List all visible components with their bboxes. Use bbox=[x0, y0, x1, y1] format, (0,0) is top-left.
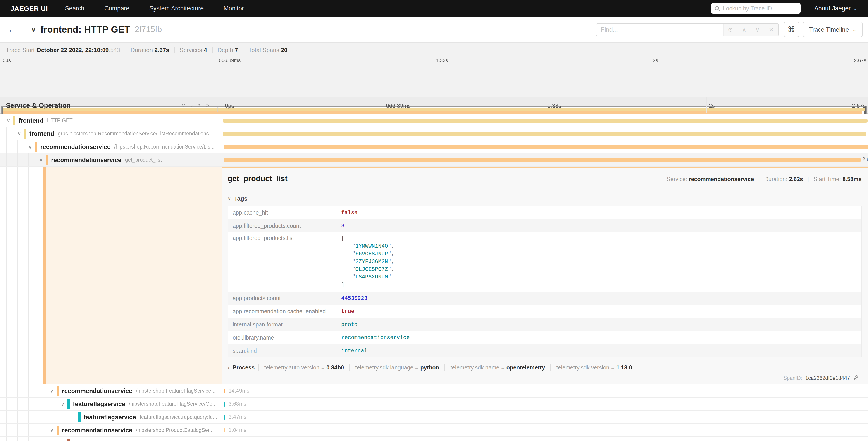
span-bar-cell[interactable] bbox=[222, 140, 868, 153]
tag-value: proto bbox=[341, 321, 358, 328]
tag-value: false bbox=[341, 209, 358, 216]
tag-key: span.kind bbox=[232, 348, 341, 354]
span-duration-bar[interactable] bbox=[224, 428, 225, 432]
trace-start-label: Trace Start bbox=[6, 47, 35, 53]
tag-row: span.kind internal bbox=[228, 344, 861, 357]
expand-one-icon[interactable]: › bbox=[190, 102, 192, 109]
tag-value-array: [ 1YMWWN1N4O 66VCHSJNUP 2ZYFJ3GM2N OLJCE… bbox=[341, 235, 394, 289]
span-bar-cell[interactable] bbox=[222, 127, 868, 140]
keyboard-shortcuts-button[interactable]: ⌘ bbox=[784, 22, 799, 37]
span-bar-cell[interactable] bbox=[222, 114, 868, 127]
span-duration-bar[interactable] bbox=[224, 414, 225, 419]
nav-item-compare[interactable]: Compare bbox=[104, 5, 129, 12]
span-detail-panel: get_product_list Service: recommendation… bbox=[222, 167, 868, 384]
minimap-tick-labels: 0μs 666.89ms 1.33s 2s 2.67s bbox=[0, 58, 868, 64]
view-selector-button[interactable]: Trace Timeline ⌄ bbox=[803, 22, 863, 37]
span-detail-top-bar bbox=[222, 167, 868, 169]
back-button[interactable]: ← bbox=[0, 17, 25, 42]
span-duration-bar[interactable] bbox=[223, 119, 868, 123]
tags-section-toggle[interactable]: ∨ Tags bbox=[228, 195, 862, 202]
brand-logo[interactable]: JAEGER UI bbox=[10, 4, 48, 12]
chevron-down-icon[interactable]: ∨ bbox=[16, 130, 22, 137]
find-next-icon[interactable]: ∨ bbox=[755, 26, 760, 33]
minimap-tick-0: 0μs bbox=[3, 58, 11, 63]
span-row-frontend-grpc[interactable]: ∨ frontend grpc.hipstershop.Recommendati… bbox=[0, 127, 868, 140]
span-duration-bar[interactable] bbox=[223, 145, 868, 149]
timeline-tick-2: 1.33s bbox=[547, 103, 561, 109]
span-duration-bar[interactable] bbox=[223, 158, 861, 162]
collapse-one-icon[interactable]: ∨ bbox=[181, 102, 186, 109]
spanid-label: SpanID: bbox=[783, 375, 802, 381]
total-spans-value: 20 bbox=[281, 47, 287, 53]
span-detail-row: get_product_list Service: recommendation… bbox=[0, 167, 868, 384]
about-jaeger-menu[interactable]: About Jaeger ⌄ bbox=[814, 5, 857, 12]
process-section-toggle[interactable]: › Process: telemetry.auto.version=0.34b0… bbox=[228, 364, 862, 371]
service-value: recommendationservice bbox=[689, 176, 754, 182]
tag-row: app.cache_hit false bbox=[228, 206, 861, 219]
span-row-frontend-http-get[interactable]: ∨ frontend HTTP GET bbox=[0, 114, 868, 127]
span-row-get-product-list[interactable]: ∨ recommendationservice get_product_list… bbox=[0, 153, 868, 167]
chevron-down-icon[interactable]: ∨ bbox=[27, 144, 33, 150]
span-bar-cell[interactable]: 14.49ms bbox=[222, 384, 868, 398]
chevron-down-icon[interactable]: ∨ bbox=[38, 157, 44, 163]
service-color-bar bbox=[78, 412, 81, 422]
span-operation-name: grpc.hipstershop.RecommendationService/L… bbox=[58, 131, 209, 136]
chevron-down-icon: ⌄ bbox=[852, 27, 856, 32]
clear-find-icon[interactable]: ✕ bbox=[769, 26, 774, 33]
depth-label: Depth bbox=[217, 47, 233, 53]
trace-depth: Depth 7 bbox=[212, 47, 243, 53]
service-color-bar bbox=[57, 425, 59, 435]
chevron-down-icon[interactable]: ∨ bbox=[49, 427, 55, 433]
collapse-all-icon[interactable]: » bbox=[196, 104, 203, 107]
span-bar-cell[interactable]: 3.47ms bbox=[222, 411, 868, 424]
search-icon bbox=[715, 6, 720, 11]
nav-item-system-architecture[interactable]: System Architecture bbox=[149, 5, 204, 12]
array-bracket: [ bbox=[341, 235, 344, 242]
expand-all-icon[interactable]: » bbox=[206, 102, 209, 109]
nav-item-monitor[interactable]: Monitor bbox=[223, 5, 244, 12]
tag-value: 44530923 bbox=[341, 295, 367, 301]
array-item: 66VCHSJNUP bbox=[352, 251, 394, 258]
tag-row: app.filtered_products.count 8 bbox=[228, 219, 861, 232]
trace-title-chevron-icon[interactable]: ∨ bbox=[31, 25, 36, 33]
span-bar-cell[interactable]: 2.62s bbox=[222, 153, 868, 167]
find-controls: ⊙ ∧ ∨ ✕ bbox=[723, 23, 778, 35]
trace-meta-bar: Trace Start October 22 2022, 22:10:09.54… bbox=[0, 42, 868, 58]
trace-id-search-box[interactable] bbox=[711, 3, 801, 13]
duration-label: Duration: bbox=[764, 176, 787, 182]
nav-item-search[interactable]: Search bbox=[65, 5, 84, 12]
span-row-recommendationservice-featureflag[interactable]: ∨ recommendationservice /hipstershop.Fea… bbox=[0, 384, 868, 398]
span-duration-bar[interactable] bbox=[223, 132, 866, 136]
array-item: 2ZYFJ3GM2N bbox=[352, 258, 394, 266]
service-color-bar bbox=[67, 399, 70, 409]
process-value: opentelemetry bbox=[506, 364, 545, 371]
span-row-featureflagservice-getflag[interactable]: ∨ featureflagservice /hipstershop.Featur… bbox=[0, 398, 868, 411]
trace-summary-band: Trace Start October 22 2022, 22:10:09.54… bbox=[0, 42, 868, 97]
chevron-down-icon[interactable]: ∨ bbox=[60, 401, 66, 407]
span-row-featureflagservice-repo-query[interactable]: featureflagservice featureflagservice.re… bbox=[0, 411, 868, 424]
span-bar-cell[interactable]: 1.04ms bbox=[222, 424, 868, 437]
span-detail-title: get_product_list bbox=[228, 174, 288, 183]
span-bar-cell[interactable]: 3.68ms bbox=[222, 398, 868, 411]
span-detail-header: get_product_list Service: recommendation… bbox=[228, 174, 862, 183]
span-bar-cell[interactable] bbox=[222, 437, 868, 441]
span-row-partial[interactable] bbox=[0, 437, 868, 441]
chevron-down-icon[interactable]: ∨ bbox=[5, 117, 11, 123]
find-group: ⊙ ∧ ∨ ✕ bbox=[596, 23, 779, 36]
span-duration-bar[interactable] bbox=[223, 389, 225, 393]
trace-id-short: 2f715fb bbox=[135, 25, 162, 34]
span-row-recommendationservice-list[interactable]: ∨ recommendationservice /hipstershop.Rec… bbox=[0, 140, 868, 153]
process-tag: telemetry.sdk.version=1.13.0 bbox=[551, 364, 638, 371]
span-duration-bar[interactable] bbox=[224, 401, 225, 406]
tag-value: recommendationservice bbox=[341, 334, 409, 341]
chevron-down-icon[interactable]: ∨ bbox=[49, 388, 55, 394]
column-resizer-grip[interactable]: ∥ bbox=[217, 107, 219, 112]
locate-icon[interactable]: ⊙ bbox=[728, 26, 733, 33]
find-prev-icon[interactable]: ∧ bbox=[742, 26, 746, 33]
trace-id-search-input[interactable] bbox=[723, 5, 797, 11]
tag-value: true bbox=[341, 308, 354, 315]
link-icon[interactable] bbox=[853, 375, 859, 381]
span-row-recommendationservice-productcatalog[interactable]: ∨ recommendationservice /hipstershop.Pro… bbox=[0, 424, 868, 437]
find-input[interactable] bbox=[596, 23, 723, 35]
tag-key: app.cache_hit bbox=[232, 209, 341, 216]
